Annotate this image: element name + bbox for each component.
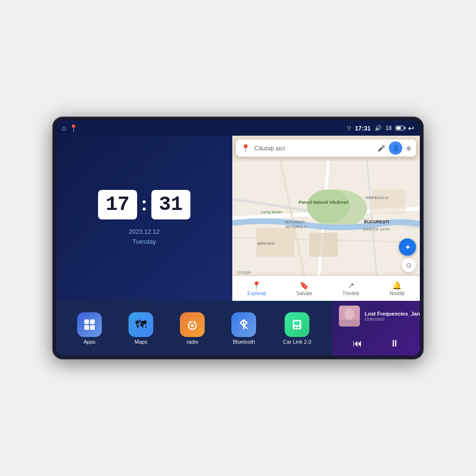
svg-rect-10 [309, 233, 338, 257]
app-icon-maps[interactable]: 🗺 Maps [129, 312, 153, 345]
music-artist: Unknown [365, 317, 420, 322]
map-nav-saved-label: Salvate [296, 291, 312, 296]
clock-display: 17 : 31 [98, 190, 190, 219]
status-right: ▽ 17:31 🔊 18 ↩ [347, 124, 414, 133]
map-nav-explore[interactable]: 📍 Explorați [248, 281, 266, 296]
map-directions-button[interactable]: ✦ [399, 238, 416, 256]
map-nav-news-label: Noutăți [389, 291, 405, 296]
svg-text:JUDEȚUL ILFOV: JUDEȚUL ILFOV [363, 227, 391, 231]
clock-colon: : [141, 194, 147, 213]
svg-rect-30 [294, 321, 300, 325]
apps-icon-box [77, 312, 102, 337]
map-search-bar[interactable]: 📍 Căutați aici 🎤 👤 ⊕ [236, 139, 416, 157]
status-left: ⌂ 📍 [62, 124, 78, 132]
svg-text:Leroy Merlin: Leroy Merlin [261, 210, 282, 214]
map-nav-send[interactable]: ↗ Trimiteți [343, 281, 359, 296]
map-pin-icon: 📍 [241, 144, 250, 153]
music-info: Lost Frequencies_Janieck Devy-... Unknow… [339, 306, 420, 327]
music-text: Lost Frequencies_Janieck Devy-... Unknow… [365, 311, 420, 322]
music-player: Lost Frequencies_Janieck Devy-... Unknow… [332, 301, 420, 356]
app-icon-apps[interactable]: Apps [77, 312, 102, 345]
time-display: 17:31 [355, 125, 370, 132]
main-content: 17 : 31 2023.12.12 Tuesday [56, 136, 420, 356]
clock-panel: 17 : 31 2023.12.12 Tuesday [56, 136, 232, 301]
clock-hour-block: 17 [98, 190, 137, 219]
home-icon[interactable]: ⌂ [62, 124, 66, 132]
map-nav-saved[interactable]: 🔖 Salvate [296, 281, 312, 296]
radio-icon-box: FM [180, 312, 205, 337]
map-search-text: Căutați aici [254, 145, 374, 152]
svg-point-34 [345, 308, 354, 320]
radio-label: radio [187, 339, 198, 345]
map-locate-button[interactable]: ⊙ [402, 258, 416, 272]
clock-minute-block: 31 [151, 190, 190, 219]
bluetooth-icon-svg [238, 318, 250, 331]
clock-date: 2023.12.12 Tuesday [129, 227, 159, 247]
apps-bar: Apps 🗺 Maps [56, 301, 332, 356]
maps-label: Maps [135, 339, 148, 345]
music-thumbnail [339, 306, 360, 327]
map-nav-explore-label: Explorați [248, 291, 266, 296]
bottom-row: Apps 🗺 Maps [56, 301, 420, 356]
maps-icon-emoji: 🗺 [135, 318, 147, 331]
map-search-icons: 🎤 👤 ⊕ [377, 141, 411, 155]
svg-rect-23 [84, 325, 89, 330]
svg-text:BUCUREȘTI: BUCUREȘTI [364, 219, 389, 224]
volume-icon: 🔊 [375, 125, 382, 131]
svg-point-31 [295, 327, 297, 328]
svg-text:Google: Google [237, 270, 251, 275]
svg-rect-35 [339, 320, 360, 327]
carlink-icon-box [285, 312, 309, 337]
apps-icon-svg [83, 318, 96, 331]
svg-text:TRAPEZULUI: TRAPEZULUI [365, 196, 388, 200]
map-nav-news[interactable]: 🔔 Noutăți [389, 281, 405, 296]
clock-minute: 31 [159, 195, 183, 215]
maps-status-icon[interactable]: 📍 [69, 124, 78, 132]
map-panel[interactable]: Parcul Natural Văcărești BERCENI TRAPEZU… [232, 136, 420, 301]
status-bar: ⌂ 📍 ▽ 17:31 🔊 18 ↩ [56, 120, 420, 136]
maps-icon-box: 🗺 [129, 312, 153, 337]
svg-text:BUCUREȘTI: BUCUREȘTI [285, 220, 305, 224]
svg-rect-22 [90, 319, 95, 324]
app-icon-carlink[interactable]: Car Link 2.0 [283, 312, 311, 345]
app-icon-bluetooth[interactable]: Bluetooth [231, 312, 256, 345]
bluetooth-label: Bluetooth [233, 339, 255, 345]
mic-icon[interactable]: 🎤 [377, 145, 385, 152]
app-icon-radio[interactable]: FM radio [180, 312, 205, 345]
signal-icon: ▽ [347, 125, 351, 131]
svg-text:SECTORUL 4: SECTORUL 4 [285, 225, 306, 228]
account-icon[interactable]: 👤 [389, 141, 402, 155]
carlink-label: Car Link 2.0 [283, 339, 311, 345]
back-icon[interactable]: ↩ [408, 124, 414, 133]
music-play-button[interactable]: ⏸ [388, 336, 401, 351]
device: ⌂ 📍 ▽ 17:31 🔊 18 ↩ 17 [52, 117, 424, 359]
clock-hour: 17 [106, 195, 129, 215]
bluetooth-icon-box [231, 312, 256, 337]
radio-icon-svg: FM [186, 318, 199, 331]
svg-point-26 [191, 324, 194, 327]
layers-icon[interactable]: ⊕ [406, 145, 411, 152]
svg-text:BERCENI: BERCENI [258, 241, 275, 246]
svg-text:FM: FM [191, 320, 194, 323]
apps-label: Apps [84, 339, 96, 345]
svg-text:Parcul Natural Văcărești: Parcul Natural Văcărești [299, 200, 348, 205]
carlink-icon-svg [291, 318, 303, 331]
signal-strength: 18 [386, 125, 392, 131]
music-controls: ⏮ ⏸ ⏭ [339, 336, 420, 351]
music-thumb-image [339, 306, 360, 327]
svg-point-32 [298, 327, 299, 328]
map-nav-send-label: Trimiteți [343, 291, 359, 296]
music-title: Lost Frequencies_Janieck Devy-... [365, 311, 420, 317]
svg-point-8 [307, 189, 350, 223]
album-art-svg [339, 306, 360, 327]
svg-rect-21 [84, 319, 89, 324]
clock-day-value: Tuesday [129, 237, 159, 247]
music-prev-button[interactable]: ⏮ [351, 336, 364, 351]
clock-date-value: 2023.12.12 [129, 227, 159, 237]
device-screen: ⌂ 📍 ▽ 17:31 🔊 18 ↩ 17 [56, 120, 420, 356]
svg-rect-11 [372, 189, 406, 214]
svg-rect-24 [90, 325, 95, 330]
battery-icon [396, 126, 404, 130]
map-bottom-nav: 📍 Explorați 🔖 Salvate ↗ Trimiteți 🔔 Nout… [232, 276, 420, 301]
